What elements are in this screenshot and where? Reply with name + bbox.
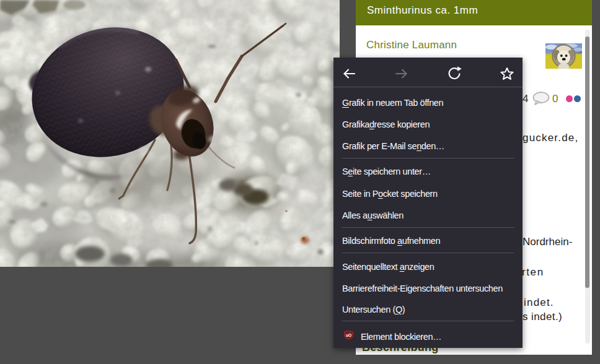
svg-text:uO: uO xyxy=(346,333,351,337)
